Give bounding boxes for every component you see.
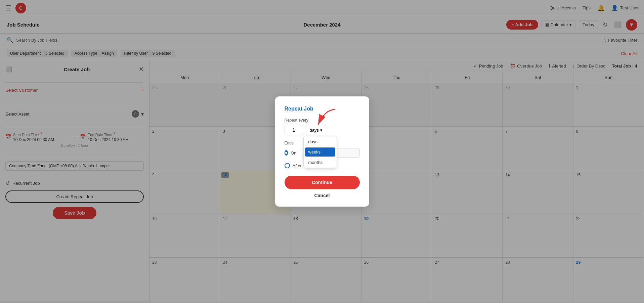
modal-title: Repeat Job bbox=[285, 106, 360, 112]
repeat-unit-dropdown-button[interactable]: days ▾ bbox=[306, 125, 326, 135]
after-radio-label: After bbox=[293, 163, 302, 168]
on-radio-button[interactable] bbox=[285, 150, 288, 156]
repeat-every-row: days ▾ days weeks months bbox=[285, 125, 360, 135]
repeat-job-modal: Repeat Job Repeat every days ▾ days week… bbox=[275, 96, 369, 207]
after-radio-button[interactable] bbox=[285, 163, 290, 168]
modal-overlay: Repeat Job Repeat every days ▾ days week… bbox=[0, 0, 644, 303]
repeat-unit-dropdown: days weeks months bbox=[303, 136, 337, 168]
cancel-button[interactable]: Cancel bbox=[285, 193, 360, 198]
dropdown-chevron-icon: ▾ bbox=[320, 128, 323, 133]
continue-button[interactable]: Continue bbox=[285, 176, 360, 189]
on-radio-label: On bbox=[291, 150, 296, 156]
dropdown-item-months[interactable]: months bbox=[304, 157, 337, 168]
repeat-number-input[interactable] bbox=[285, 125, 303, 135]
dropdown-item-weeks[interactable]: weeks bbox=[305, 147, 335, 157]
repeat-unit-label: days bbox=[310, 128, 319, 133]
dropdown-item-days[interactable]: days bbox=[304, 136, 337, 147]
repeat-every-label: Repeat every bbox=[285, 118, 360, 123]
